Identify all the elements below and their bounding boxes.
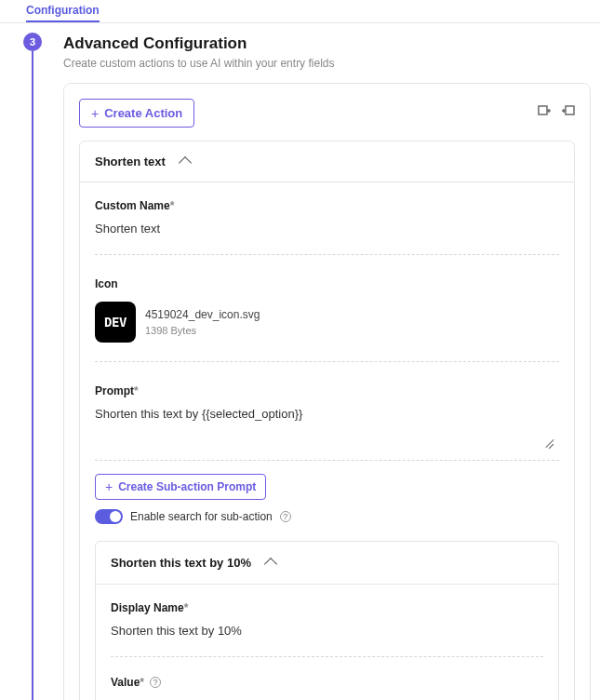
enable-search-toggle[interactable] [95, 509, 123, 524]
dev-icon[interactable]: DEV [95, 302, 136, 343]
resize-handle-icon[interactable] [544, 438, 553, 447]
action-header[interactable]: Shorten text [80, 141, 574, 182]
icon-label: Icon [95, 277, 559, 290]
display-name-value[interactable]: Shorten this text by 10% [111, 624, 543, 638]
section-title: Advanced Configuration [63, 34, 591, 53]
svg-rect-1 [566, 106, 574, 114]
help-icon[interactable]: ? [150, 677, 161, 688]
step-number-badge: 3 [23, 33, 42, 51]
tab-configuration[interactable]: Configuration [26, 0, 100, 22]
prompt-value: Shorten this text by {{selected_option}} [95, 407, 559, 421]
icon-filename: 4519024_dev_icon.svg [145, 306, 260, 323]
field-icon: Icon DEV 4519024_dev_icon.svg 1398 Bytes [95, 277, 559, 362]
step-line [32, 51, 33, 700]
action-item: Shorten text Custom Name* Shorten text I… [79, 141, 575, 700]
action-title: Shorten text [95, 155, 166, 168]
plus-icon: + [91, 107, 99, 120]
subaction-title: Shorten this text by 10% [111, 556, 251, 570]
svg-rect-0 [539, 106, 547, 114]
icon-meta: 4519024_dev_icon.svg 1398 Bytes [145, 306, 260, 339]
enable-search-row: Enable search for sub-action ? [95, 500, 559, 541]
field-display-name: Display Name* Shorten this text by 10% [111, 601, 543, 657]
expand-all-icon[interactable] [538, 105, 551, 121]
help-icon[interactable]: ? [280, 511, 291, 522]
field-value: Value* ? 10% [111, 676, 543, 700]
prompt-textarea[interactable]: Shorten this text by {{selected_option}} [95, 407, 559, 461]
config-card: + Create Action Shorten text [63, 83, 591, 700]
value-label: Value* [111, 676, 144, 689]
create-action-label: Create Action [104, 106, 182, 120]
section-subtitle: Create custom actions to use AI within y… [63, 57, 591, 70]
step-rail: 3 [19, 33, 47, 700]
display-name-label: Display Name* [111, 601, 543, 614]
custom-name-label: Custom Name* [95, 199, 559, 212]
field-custom-name: Custom Name* Shorten text [95, 199, 559, 255]
subaction-item: Shorten this text by 10% Display Name* S… [95, 541, 559, 700]
create-subaction-button[interactable]: + Create Sub-action Prompt [95, 474, 266, 500]
create-subaction-label: Create Sub-action Prompt [118, 480, 256, 493]
collapse-all-icon[interactable] [562, 105, 575, 121]
chevron-up-icon [264, 558, 277, 571]
chevron-up-icon [179, 156, 192, 169]
icon-size: 1398 Bytes [145, 323, 260, 339]
plus-icon: + [105, 480, 113, 493]
subaction-header[interactable]: Shorten this text by 10% [96, 542, 558, 585]
custom-name-value[interactable]: Shorten text [95, 222, 559, 236]
prompt-label: Prompt* [95, 384, 559, 397]
create-action-button[interactable]: + Create Action [79, 99, 194, 128]
enable-search-label: Enable search for sub-action [130, 510, 273, 523]
